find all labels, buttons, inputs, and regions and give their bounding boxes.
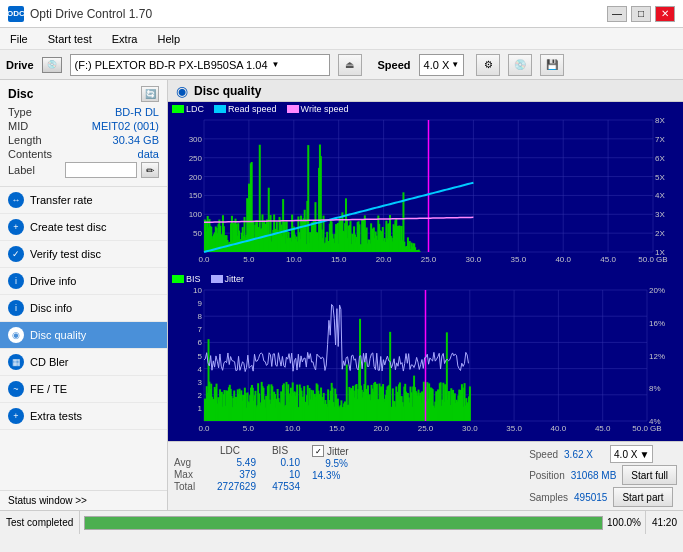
nav-item-disc-quality[interactable]: ◉ Disc quality (0, 322, 167, 349)
progress-bar-inner (85, 517, 602, 529)
disc-mid-value: MEIT02 (001) (92, 120, 159, 132)
drive-select[interactable]: (F:) PLEXTOR BD-R PX-LB950SA 1.04 ▼ (70, 54, 330, 76)
menu-extra[interactable]: Extra (106, 31, 144, 47)
stats-total-bis: 47534 (260, 481, 300, 492)
settings-button[interactable]: ⚙ (476, 54, 500, 76)
nav-item-disc-info[interactable]: i Disc info (0, 295, 167, 322)
stats-bis-header: BIS (260, 445, 300, 456)
chart-bottom: BIS Jitter (168, 272, 683, 441)
legend-read-speed-label: Read speed (228, 104, 277, 114)
stats-avg-label: Avg (174, 457, 200, 468)
verify-test-disc-icon: ✓ (8, 246, 24, 262)
stats-avg-bis: 0.10 (260, 457, 300, 468)
disc-label-edit-button[interactable]: ✏ (141, 162, 159, 178)
speed-stat-dropdown-arrow: ▼ (639, 449, 649, 460)
test-status-section: Test completed (0, 511, 80, 534)
disc-label-input[interactable] (65, 162, 137, 178)
nav-item-extra-tests[interactable]: + Extra tests (0, 403, 167, 430)
stats-bar: LDC BIS Avg 5.49 0.10 Max 379 10 Total (168, 441, 683, 510)
nav-item-fe-te[interactable]: ~ FE / TE (0, 376, 167, 403)
title-bar: ODC Opti Drive Control 1.70 — □ ✕ (0, 0, 683, 28)
disc-type-label: Type (8, 106, 32, 118)
stats-max-bis: 10 (260, 469, 300, 480)
nav-item-cd-bler[interactable]: ▦ CD Bler (0, 349, 167, 376)
speed-stat-select[interactable]: 4.0 X ▼ (610, 445, 653, 463)
progress-bar-outer (84, 516, 603, 530)
drive-label: Drive (6, 59, 34, 71)
time-section: 41:20 (646, 514, 683, 531)
stats-ldc-header: LDC (204, 445, 256, 456)
stats-max-ldc: 379 (204, 469, 256, 480)
close-button[interactable]: ✕ (655, 6, 675, 22)
position-value: 31068 MB (571, 470, 617, 481)
speed-stat-value: 3.62 X (564, 449, 604, 460)
disc-info-panel: Disc 🔄 Type BD-R DL MID MEIT02 (001) Len… (0, 80, 167, 187)
disc-contents-label: Contents (8, 148, 52, 160)
legend-jitter: Jitter (211, 274, 245, 284)
nav-item-drive-info[interactable]: i Drive info (0, 268, 167, 295)
minimize-button[interactable]: — (607, 6, 627, 22)
create-test-disc-icon: + (8, 219, 24, 235)
stats-empty-header (174, 445, 200, 456)
legend-read-speed: Read speed (214, 104, 277, 114)
nav-item-transfer-rate[interactable]: ↔ Transfer rate (0, 187, 167, 214)
disc-button[interactable]: 💿 (508, 54, 532, 76)
drive-bar: Drive 💿 (F:) PLEXTOR BD-R PX-LB950SA 1.0… (0, 50, 683, 80)
disc-info-icon: i (8, 300, 24, 316)
samples-label: Samples (529, 492, 568, 503)
stats-max-label: Max (174, 469, 200, 480)
legend-ldc-color (172, 105, 184, 113)
nav-label-fe-te: FE / TE (30, 383, 67, 395)
progress-section: 100.0% (80, 511, 646, 534)
menu-help[interactable]: Help (151, 31, 186, 47)
disc-mid-label: MID (8, 120, 28, 132)
drive-name: (F:) PLEXTOR BD-R PX-LB950SA 1.04 (75, 59, 268, 71)
save-button[interactable]: 💾 (540, 54, 564, 76)
nav-label-verify-test-disc: Verify test disc (30, 248, 101, 260)
legend-bis-color (172, 275, 184, 283)
nav-label-cd-bler: CD Bler (30, 356, 69, 368)
nav-label-drive-info: Drive info (30, 275, 76, 287)
nav-label-disc-quality: Disc quality (30, 329, 86, 341)
speed-stat-select-value: 4.0 X (614, 449, 637, 460)
content-area: ◉ Disc quality LDC Read speed (168, 80, 683, 510)
sidebar: Disc 🔄 Type BD-R DL MID MEIT02 (001) Len… (0, 80, 168, 510)
nav-item-create-test-disc[interactable]: + Create test disc (0, 214, 167, 241)
charts-wrapper: LDC Read speed Write speed (168, 102, 683, 510)
stats-avg-ldc: 5.49 (204, 457, 256, 468)
disc-panel-title: Disc (8, 87, 33, 101)
position-label: Position (529, 470, 565, 481)
start-part-button[interactable]: Start part (613, 487, 672, 507)
legend-write-speed-color (287, 105, 299, 113)
nav-label-transfer-rate: Transfer rate (30, 194, 93, 206)
nav-label-create-test-disc: Create test disc (30, 221, 106, 233)
app-icon: ODC (8, 6, 24, 22)
chart-top-legend: LDC Read speed Write speed (172, 104, 348, 114)
nav-item-verify-test-disc[interactable]: ✓ Verify test disc (0, 241, 167, 268)
bottom-chart-canvas (168, 272, 683, 441)
speed-label: Speed (378, 59, 411, 71)
legend-jitter-color (211, 275, 223, 283)
jitter-checkbox[interactable]: ✓ (312, 445, 324, 457)
stats-max-jitter: 14.3% (312, 470, 340, 481)
maximize-button[interactable]: □ (631, 6, 651, 22)
status-window-link[interactable]: Status window >> (0, 490, 167, 510)
speed-select[interactable]: 4.0 X ▼ (419, 54, 465, 76)
transfer-rate-icon: ↔ (8, 192, 24, 208)
disc-refresh-button[interactable]: 🔄 (141, 86, 159, 102)
speed-stat-label: Speed (529, 449, 558, 460)
status-bar: Test completed 100.0% 41:20 (0, 510, 683, 534)
legend-ldc: LDC (172, 104, 204, 114)
disc-type-value: BD-R DL (115, 106, 159, 118)
content-header: ◉ Disc quality (168, 80, 683, 102)
speed-value: 4.0 X (424, 59, 450, 71)
menu-file[interactable]: File (4, 31, 34, 47)
eject-button[interactable]: ⏏ (338, 54, 362, 76)
start-full-button[interactable]: Start full (622, 465, 677, 485)
chart-top: LDC Read speed Write speed (168, 102, 683, 272)
legend-jitter-label: Jitter (225, 274, 245, 284)
legend-bis-label: BIS (186, 274, 201, 284)
disc-label-label: Label (8, 164, 35, 176)
drive-dropdown-arrow: ▼ (272, 60, 280, 69)
menu-start-test[interactable]: Start test (42, 31, 98, 47)
